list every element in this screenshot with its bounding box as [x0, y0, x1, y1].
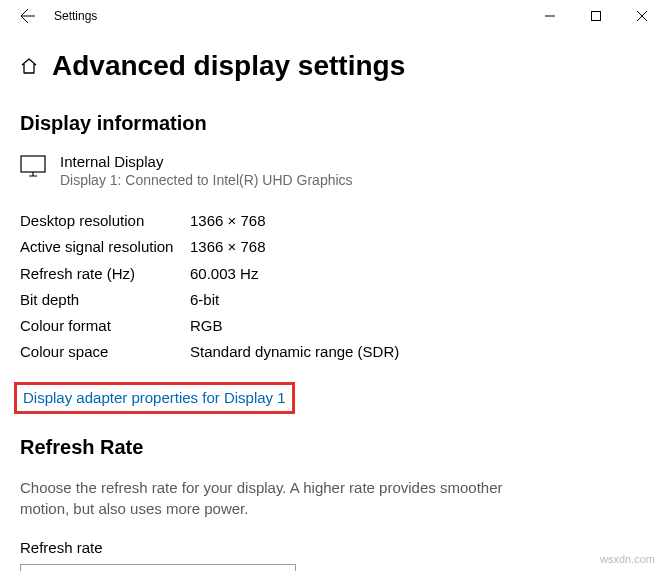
- maximize-button[interactable]: [573, 0, 619, 32]
- watermark: wsxdn.com: [600, 553, 655, 565]
- adapter-properties-link[interactable]: Display adapter properties for Display 1: [23, 389, 286, 406]
- svg-rect-0: [592, 12, 601, 21]
- maximize-icon: [591, 11, 601, 21]
- display-identity: Internal Display Display 1: Connected to…: [20, 153, 645, 188]
- close-button[interactable]: [619, 0, 665, 32]
- refresh-rate-select[interactable]: 60.003 Hz: [20, 564, 296, 572]
- info-row: Active signal resolution 1366 × 768: [20, 234, 645, 260]
- window-controls: [527, 0, 665, 32]
- info-row: Refresh rate (Hz) 60.003 Hz: [20, 261, 645, 287]
- refresh-rate-help: Choose the refresh rate for your display…: [20, 477, 520, 519]
- info-value: 1366 × 768: [190, 208, 266, 234]
- monitor-icon: [20, 155, 46, 177]
- home-icon[interactable]: [20, 57, 38, 75]
- info-row: Colour space Standard dynamic range (SDR…: [20, 339, 645, 365]
- info-value: 1366 × 768: [190, 234, 266, 260]
- display-info-heading: Display information: [20, 112, 645, 135]
- content-area: Advanced display settings Display inform…: [0, 32, 665, 571]
- info-label: Bit depth: [20, 287, 190, 313]
- info-label: Colour format: [20, 313, 190, 339]
- close-icon: [637, 11, 647, 21]
- info-label: Colour space: [20, 339, 190, 365]
- window-title: Settings: [54, 9, 97, 23]
- minimize-button[interactable]: [527, 0, 573, 32]
- display-name: Internal Display: [60, 153, 353, 170]
- page-header: Advanced display settings: [20, 50, 645, 82]
- display-info-table: Desktop resolution 1366 × 768 Active sig…: [20, 208, 645, 366]
- minimize-icon: [545, 11, 555, 21]
- display-subtitle: Display 1: Connected to Intel(R) UHD Gra…: [60, 172, 353, 188]
- info-label: Refresh rate (Hz): [20, 261, 190, 287]
- refresh-rate-heading: Refresh Rate: [20, 436, 645, 459]
- info-row: Colour format RGB: [20, 313, 645, 339]
- info-value: RGB: [190, 313, 223, 339]
- info-label: Desktop resolution: [20, 208, 190, 234]
- info-row: Desktop resolution 1366 × 768: [20, 208, 645, 234]
- refresh-rate-label: Refresh rate: [20, 539, 645, 556]
- info-value: 6-bit: [190, 287, 219, 313]
- info-row: Bit depth 6-bit: [20, 287, 645, 313]
- info-value: Standard dynamic range (SDR): [190, 339, 399, 365]
- titlebar: Settings: [0, 0, 665, 32]
- page-title: Advanced display settings: [52, 50, 405, 82]
- svg-rect-1: [21, 156, 45, 172]
- info-value: 60.003 Hz: [190, 261, 258, 287]
- back-button[interactable]: [8, 0, 48, 32]
- info-label: Active signal resolution: [20, 234, 190, 260]
- adapter-properties-highlight: Display adapter properties for Display 1: [14, 382, 295, 414]
- arrow-left-icon: [20, 8, 36, 24]
